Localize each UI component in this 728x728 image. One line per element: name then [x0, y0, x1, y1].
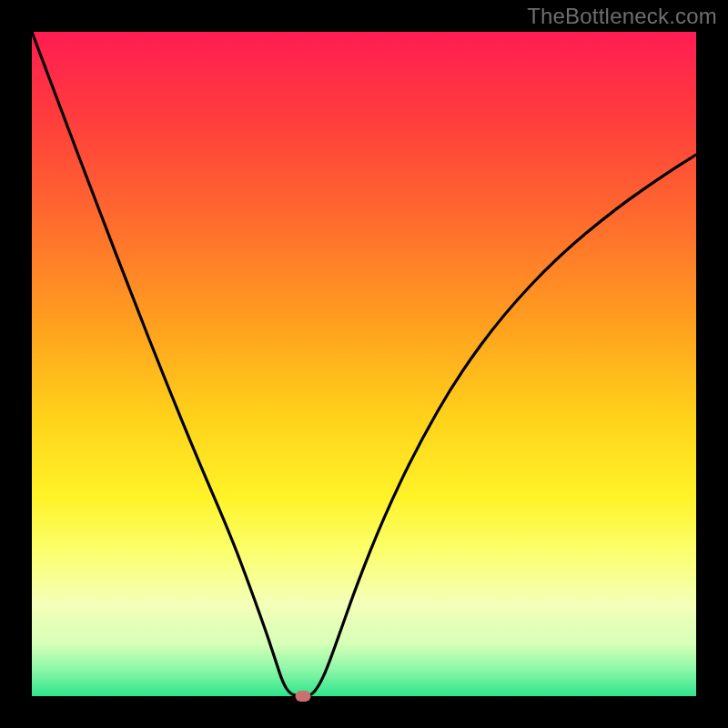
watermark-text: TheBottleneck.com	[527, 4, 717, 29]
bottleneck-curve	[32, 32, 696, 696]
plot-area	[32, 32, 696, 696]
curve-svg	[32, 32, 696, 696]
chart-frame: TheBottleneck.com	[0, 0, 728, 728]
optimal-marker	[295, 691, 310, 702]
